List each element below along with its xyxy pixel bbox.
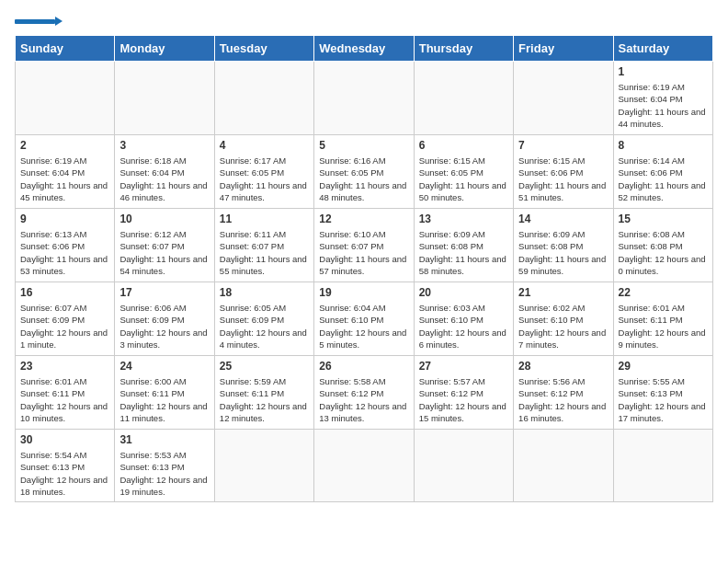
day-cell: 19Sunrise: 6:04 AM Sunset: 6:10 PM Dayli… [314, 282, 414, 356]
day-cell: 1Sunrise: 6:19 AM Sunset: 6:04 PM Daylig… [613, 62, 712, 135]
day-info: Sunrise: 5:53 AM Sunset: 6:13 PM Dayligh… [119, 449, 209, 498]
logo-bar [15, 19, 55, 24]
day-cell: 7Sunrise: 6:15 AM Sunset: 6:06 PM Daylig… [514, 135, 613, 209]
week-row-6: 30Sunrise: 5:54 AM Sunset: 6:13 PM Dayli… [16, 430, 713, 502]
day-cell [214, 430, 313, 502]
day-number: 4 [220, 139, 309, 152]
day-number: 27 [419, 360, 508, 373]
day-info: Sunrise: 6:15 AM Sunset: 6:05 PM Dayligh… [419, 155, 508, 203]
day-cell: 21Sunrise: 6:02 AM Sunset: 6:10 PM Dayli… [514, 282, 613, 356]
day-number: 22 [619, 286, 708, 299]
logo-arrow [55, 17, 63, 26]
day-number: 26 [319, 360, 408, 373]
day-cell: 30Sunrise: 5:54 AM Sunset: 6:13 PM Dayli… [16, 430, 115, 502]
day-number: 6 [419, 139, 508, 152]
header-row: SundayMondayTuesdayWednesdayThursdayFrid… [16, 36, 713, 62]
day-number: 8 [619, 139, 708, 152]
day-cell: 6Sunrise: 6:15 AM Sunset: 6:05 PM Daylig… [414, 135, 513, 209]
day-info: Sunrise: 6:05 AM Sunset: 6:09 PM Dayligh… [220, 302, 309, 350]
day-number: 31 [119, 433, 209, 446]
day-number: 12 [319, 213, 408, 225]
day-info: Sunrise: 6:04 AM Sunset: 6:10 PM Dayligh… [319, 302, 408, 350]
week-row-1: 1Sunrise: 6:19 AM Sunset: 6:04 PM Daylig… [16, 62, 713, 135]
day-cell: 9Sunrise: 6:13 AM Sunset: 6:06 PM Daylig… [16, 209, 115, 282]
day-cell: 29Sunrise: 5:55 AM Sunset: 6:13 PM Dayli… [613, 356, 712, 430]
day-info: Sunrise: 5:56 AM Sunset: 6:12 PM Dayligh… [518, 375, 608, 424]
week-row-3: 9Sunrise: 6:13 AM Sunset: 6:06 PM Daylig… [16, 209, 713, 282]
day-number: 13 [419, 213, 508, 225]
day-info: Sunrise: 6:13 AM Sunset: 6:06 PM Dayligh… [20, 228, 109, 277]
day-info: Sunrise: 5:57 AM Sunset: 6:12 PM Dayligh… [419, 375, 508, 424]
day-info: Sunrise: 6:01 AM Sunset: 6:11 PM Dayligh… [20, 375, 109, 424]
col-header-saturday: Saturday [613, 36, 712, 62]
day-info: Sunrise: 6:16 AM Sunset: 6:05 PM Dayligh… [319, 155, 408, 203]
day-cell [314, 430, 414, 502]
day-number: 30 [20, 433, 109, 446]
day-number: 2 [20, 139, 109, 152]
day-cell: 18Sunrise: 6:05 AM Sunset: 6:09 PM Dayli… [214, 282, 313, 356]
page-header [15, 15, 713, 26]
day-number: 16 [20, 286, 109, 299]
day-info: Sunrise: 6:09 AM Sunset: 6:08 PM Dayligh… [419, 228, 508, 277]
day-cell [414, 430, 513, 502]
day-cell: 22Sunrise: 6:01 AM Sunset: 6:11 PM Dayli… [613, 282, 712, 356]
day-info: Sunrise: 6:14 AM Sunset: 6:06 PM Dayligh… [619, 155, 708, 203]
day-info: Sunrise: 6:10 AM Sunset: 6:07 PM Dayligh… [319, 228, 408, 277]
day-cell: 20Sunrise: 6:03 AM Sunset: 6:10 PM Dayli… [414, 282, 513, 356]
day-info: Sunrise: 6:03 AM Sunset: 6:10 PM Dayligh… [419, 302, 508, 350]
day-cell [115, 62, 214, 135]
day-number: 29 [619, 360, 708, 373]
day-info: Sunrise: 6:12 AM Sunset: 6:07 PM Dayligh… [119, 228, 209, 277]
day-cell [214, 62, 313, 135]
day-cell: 24Sunrise: 6:00 AM Sunset: 6:11 PM Dayli… [115, 356, 214, 430]
day-cell: 28Sunrise: 5:56 AM Sunset: 6:12 PM Dayli… [514, 356, 613, 430]
col-header-monday: Monday [115, 36, 214, 62]
day-cell: 26Sunrise: 5:58 AM Sunset: 6:12 PM Dayli… [314, 356, 414, 430]
day-info: Sunrise: 6:11 AM Sunset: 6:07 PM Dayligh… [220, 228, 309, 277]
day-number: 7 [518, 139, 608, 152]
day-info: Sunrise: 6:00 AM Sunset: 6:11 PM Dayligh… [119, 375, 209, 424]
day-cell: 23Sunrise: 6:01 AM Sunset: 6:11 PM Dayli… [16, 356, 115, 430]
day-info: Sunrise: 6:15 AM Sunset: 6:06 PM Dayligh… [518, 155, 608, 203]
week-row-2: 2Sunrise: 6:19 AM Sunset: 6:04 PM Daylig… [16, 135, 713, 209]
calendar-table: SundayMondayTuesdayWednesdayThursdayFrid… [15, 35, 713, 502]
day-info: Sunrise: 6:18 AM Sunset: 6:04 PM Dayligh… [119, 155, 209, 203]
day-number: 3 [119, 139, 209, 152]
day-cell: 15Sunrise: 6:08 AM Sunset: 6:08 PM Dayli… [613, 209, 712, 282]
day-cell: 5Sunrise: 6:16 AM Sunset: 6:05 PM Daylig… [314, 135, 414, 209]
col-header-tuesday: Tuesday [214, 36, 313, 62]
day-info: Sunrise: 5:58 AM Sunset: 6:12 PM Dayligh… [319, 375, 408, 424]
day-info: Sunrise: 6:02 AM Sunset: 6:10 PM Dayligh… [518, 302, 608, 350]
day-cell: 31Sunrise: 5:53 AM Sunset: 6:13 PM Dayli… [115, 430, 214, 502]
day-cell: 3Sunrise: 6:18 AM Sunset: 6:04 PM Daylig… [115, 135, 214, 209]
day-number: 10 [119, 213, 209, 225]
day-cell: 12Sunrise: 6:10 AM Sunset: 6:07 PM Dayli… [314, 209, 414, 282]
day-info: Sunrise: 5:55 AM Sunset: 6:13 PM Dayligh… [619, 375, 708, 424]
day-number: 18 [220, 286, 309, 299]
day-number: 17 [119, 286, 209, 299]
day-number: 25 [220, 360, 309, 373]
day-number: 9 [20, 213, 109, 225]
day-number: 11 [220, 213, 309, 225]
day-info: Sunrise: 6:19 AM Sunset: 6:04 PM Dayligh… [20, 155, 109, 203]
day-info: Sunrise: 6:17 AM Sunset: 6:05 PM Dayligh… [220, 155, 309, 203]
day-info: Sunrise: 6:19 AM Sunset: 6:04 PM Dayligh… [619, 81, 708, 130]
day-cell: 2Sunrise: 6:19 AM Sunset: 6:04 PM Daylig… [16, 135, 115, 209]
day-cell: 4Sunrise: 6:17 AM Sunset: 6:05 PM Daylig… [214, 135, 313, 209]
day-cell [514, 62, 613, 135]
day-number: 19 [319, 286, 408, 299]
day-number: 20 [419, 286, 508, 299]
day-cell: 25Sunrise: 5:59 AM Sunset: 6:11 PM Dayli… [214, 356, 313, 430]
day-info: Sunrise: 6:01 AM Sunset: 6:11 PM Dayligh… [619, 302, 708, 350]
col-header-sunday: Sunday [16, 36, 115, 62]
day-number: 14 [518, 213, 608, 225]
day-info: Sunrise: 6:08 AM Sunset: 6:08 PM Dayligh… [619, 228, 708, 277]
day-number: 15 [619, 213, 708, 225]
col-header-wednesday: Wednesday [314, 36, 414, 62]
day-number: 1 [619, 65, 708, 78]
day-info: Sunrise: 6:07 AM Sunset: 6:09 PM Dayligh… [20, 302, 109, 350]
day-cell: 10Sunrise: 6:12 AM Sunset: 6:07 PM Dayli… [115, 209, 214, 282]
day-cell [414, 62, 513, 135]
day-number: 5 [319, 139, 408, 152]
day-cell: 27Sunrise: 5:57 AM Sunset: 6:12 PM Dayli… [414, 356, 513, 430]
